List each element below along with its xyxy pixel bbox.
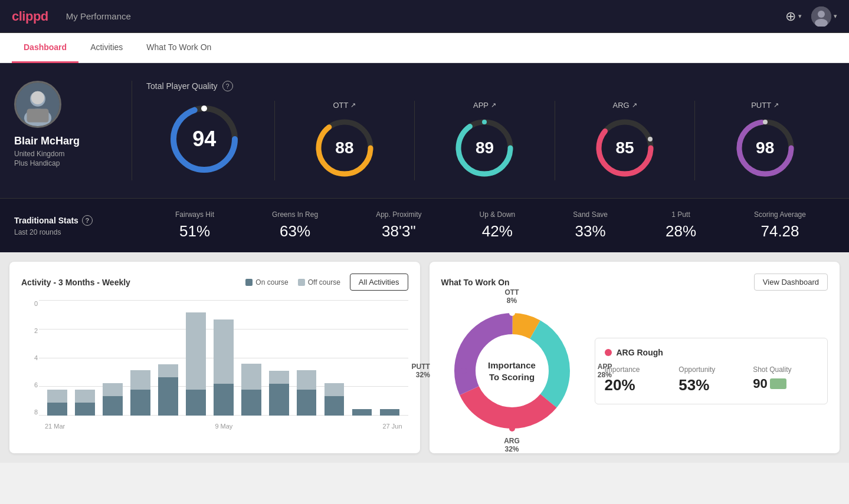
player-name: Blair McHarg bbox=[14, 135, 80, 147]
svg-point-18 bbox=[648, 137, 653, 141]
bar-stack bbox=[128, 370, 153, 416]
ott-arrow-icon: ↗ bbox=[350, 101, 356, 109]
off-course-bar bbox=[297, 370, 317, 390]
activity-chart-title: Activity - 3 Months - Weekly bbox=[21, 278, 130, 287]
bar-group bbox=[100, 300, 125, 416]
bar-stack bbox=[322, 383, 347, 416]
activity-card-header: Activity - 3 Months - Weekly On course O… bbox=[21, 274, 408, 291]
stat-sand-save: Sand Save 33% bbox=[573, 210, 608, 241]
ts-info-icon[interactable]: ? bbox=[82, 215, 93, 226]
tab-dashboard[interactable]: Dashboard bbox=[12, 33, 78, 63]
app-header: clippd My Performance ⊕ ▾ ▾ bbox=[0, 0, 849, 33]
bottom-section: Activity - 3 Months - Weekly On course O… bbox=[0, 252, 849, 463]
arg-opportunity-stat: Opportunity 53% bbox=[678, 365, 743, 394]
scoring-value: 74.28 bbox=[754, 222, 806, 241]
arg-value: 85 bbox=[616, 139, 634, 157]
ts-subtitle: Last 20 rounds bbox=[14, 228, 118, 236]
player-info: Blair McHarg United Kingdom Plus Handica… bbox=[14, 81, 132, 180]
donut-section: OTT 8% APP 28% ARG 32% PUTT 32% bbox=[441, 300, 828, 442]
bar-stack bbox=[294, 370, 319, 416]
work-on-title: What To Work On bbox=[441, 278, 510, 287]
work-on-header: What To Work On View Dashboard bbox=[441, 274, 828, 291]
tpq-value: 94 bbox=[192, 127, 216, 151]
svg-point-21 bbox=[763, 120, 768, 124]
putt-ring: 98 bbox=[733, 116, 798, 180]
arg-detail-card: ARG Rough Importance 20% Opportunity 53%… bbox=[595, 338, 828, 404]
app-segment-value: 28% bbox=[598, 371, 612, 379]
svg-point-6 bbox=[31, 91, 44, 104]
arg-shot-quality-stat: Shot Quality 90 bbox=[753, 365, 818, 394]
metric-putt: PUTT ↗ 98 bbox=[695, 101, 835, 180]
tab-bar: Dashboard Activities What To Work On bbox=[0, 33, 849, 63]
stat-greens: Greens In Reg 63% bbox=[272, 210, 318, 241]
chart-legend: On course Off course bbox=[245, 278, 340, 286]
arg-segment-value: 32% bbox=[504, 445, 520, 453]
app-annotation: APP 28% bbox=[598, 363, 612, 379]
greens-value: 63% bbox=[272, 222, 318, 241]
bar-group bbox=[73, 300, 97, 416]
metric-app: APP ↗ 89 bbox=[415, 101, 555, 180]
bar-group bbox=[128, 300, 153, 416]
activity-card: Activity - 3 Months - Weekly On course O… bbox=[9, 262, 420, 453]
on-course-bar bbox=[269, 384, 289, 416]
on-course-bar bbox=[130, 390, 150, 416]
on-course-bar bbox=[324, 396, 345, 416]
bar-stack bbox=[239, 364, 264, 416]
updown-value: 42% bbox=[480, 222, 516, 241]
metrics-grid: 94 OTT ↗ 88 AP bbox=[146, 101, 835, 180]
add-button[interactable]: ⊕ ▾ bbox=[785, 9, 802, 24]
proximity-label: App. Proximity bbox=[376, 210, 421, 219]
donut-chart: Importance To Scoring bbox=[441, 300, 583, 442]
donut-wrapper: OTT 8% APP 28% ARG 32% PUTT 32% bbox=[441, 300, 583, 442]
on-course-bar bbox=[75, 403, 95, 416]
svg-rect-7 bbox=[27, 108, 49, 122]
bar-stack bbox=[73, 390, 97, 416]
user-menu[interactable]: ▾ bbox=[811, 6, 837, 27]
user-chevron-icon: ▾ bbox=[834, 12, 837, 20]
arg-indicator-dot bbox=[605, 349, 612, 356]
metric-tpq: 94 bbox=[146, 101, 275, 180]
putt-segment-value: 32% bbox=[412, 371, 430, 379]
fairways-value: 51% bbox=[175, 222, 214, 241]
stat-one-putt: 1 Putt 28% bbox=[666, 210, 696, 241]
off-course-bar bbox=[158, 364, 178, 377]
shot-quality-badge: 90 bbox=[753, 376, 786, 391]
app-logo: clippd bbox=[12, 9, 48, 24]
player-avatar bbox=[14, 81, 61, 128]
app-value: 89 bbox=[476, 139, 494, 157]
svg-point-15 bbox=[482, 120, 487, 124]
svg-point-29 bbox=[509, 426, 515, 431]
bar-group bbox=[156, 300, 181, 416]
svg-point-27 bbox=[509, 310, 515, 316]
arg-opportunity-label: Opportunity bbox=[678, 365, 743, 374]
tab-activities[interactable]: Activities bbox=[78, 33, 135, 63]
on-course-bar bbox=[380, 409, 400, 416]
player-handicap: Plus Handicap bbox=[14, 159, 60, 167]
arg-stats-row: Importance 20% Opportunity 53% Shot Qual… bbox=[605, 365, 818, 394]
svg-point-28 bbox=[559, 368, 565, 374]
bar-group bbox=[239, 300, 264, 416]
putt-annotation: PUTT 32% bbox=[412, 363, 430, 379]
tab-what-to-work-on[interactable]: What To Work On bbox=[135, 33, 223, 63]
header-title: My Performance bbox=[66, 11, 131, 21]
stat-app-proximity: App. Proximity 38'3" bbox=[376, 210, 421, 241]
oneputt-value: 28% bbox=[666, 222, 696, 241]
ott-ring: 88 bbox=[312, 116, 377, 180]
arg-importance-stat: Importance 20% bbox=[605, 365, 670, 394]
all-activities-button[interactable]: All Activities bbox=[350, 274, 408, 291]
on-course-bar bbox=[214, 384, 234, 416]
arg-label: ARG ↗ bbox=[612, 101, 637, 110]
header-actions: ⊕ ▾ ▾ bbox=[785, 6, 837, 27]
bar-stack bbox=[378, 409, 402, 416]
arg-shot-quality-label: Shot Quality bbox=[753, 365, 818, 374]
sandsave-label: Sand Save bbox=[573, 210, 608, 219]
view-dashboard-button[interactable]: View Dashboard bbox=[754, 274, 828, 291]
putt-label: PUTT ↗ bbox=[751, 101, 779, 110]
info-icon[interactable]: ? bbox=[222, 81, 233, 91]
app-arrow-icon: ↗ bbox=[491, 101, 496, 109]
total-quality-label: Total Player Quality bbox=[146, 81, 218, 91]
stat-fairways: Fairways Hit 51% bbox=[175, 210, 214, 241]
off-course-bar bbox=[241, 364, 261, 390]
putt-arrow-icon: ↗ bbox=[773, 101, 779, 109]
x-axis-labels: 21 Mar 9 May 27 Jun bbox=[39, 423, 408, 430]
